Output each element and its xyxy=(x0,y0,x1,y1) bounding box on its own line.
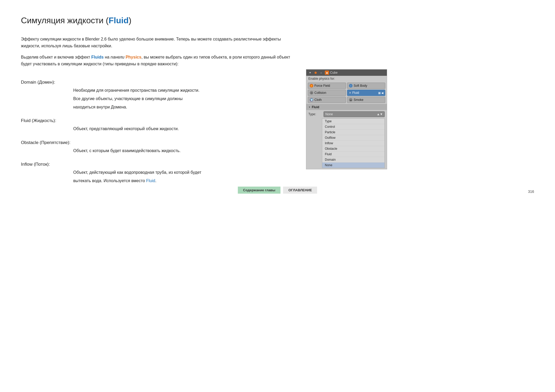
fluid-type-dropdown[interactable]: None ▲▼ xyxy=(324,111,385,117)
title-prefix: Симуляция жидкости ( xyxy=(21,16,109,25)
text-column: Domain (Домен): Необходим для ограничени… xyxy=(21,72,296,186)
soft-body-button[interactable]: ○ Soft Body xyxy=(347,83,385,89)
cloth-icon: 👕 xyxy=(310,98,313,102)
physics-row-2: ◎ Collision ✕ Fluid ▦ ◀ xyxy=(308,90,385,96)
obstacle-title: Obstacle (Препятствие): xyxy=(21,140,296,145)
fluid-keyword: Fluid xyxy=(21,118,31,123)
panel-word: панели xyxy=(111,55,124,59)
obstacle-section: Obstacle (Препятствие): Объект, с которы… xyxy=(21,140,296,154)
collision-icon: ◎ xyxy=(310,91,313,95)
intro-paragraph-2: Выделив объект и включив эффект Fluids н… xyxy=(21,54,296,67)
fluid-label: Fluid xyxy=(352,91,359,95)
dropdown-item-outflow[interactable]: Outflow xyxy=(322,135,384,141)
fluid-type-label: Type: xyxy=(308,112,321,116)
dropdown-item-inflow[interactable]: Inflow xyxy=(322,141,384,146)
physics-row-3: 👕 Cloth ☁ Smoke xyxy=(308,97,385,103)
collision-label: Collision xyxy=(314,91,326,95)
page-number: 316 xyxy=(528,189,534,194)
inflow-suffix: (Поток): xyxy=(32,162,50,167)
fluid-section-header[interactable]: Fluid xyxy=(306,104,387,110)
soft-body-icon: ○ xyxy=(349,84,353,88)
title-suffix: ) xyxy=(129,16,132,25)
panel-toolbar: ✦ ⬟ ▸ ■ Cube xyxy=(306,70,387,76)
fluid-type-dropdown-menu: Type Control Particle Outflow Inflow Obs… xyxy=(322,118,385,168)
inflow-section: Inflow (Поток): Объект, действующий как … xyxy=(21,162,296,184)
bottom-nav: Содержание главы ОГЛАВЛЕНИЕ xyxy=(238,187,317,194)
inflow-desc-2: вытекать вода. Используется вместо Fluid… xyxy=(73,177,296,184)
inflow-title: Inflow (Поток): xyxy=(21,162,296,167)
fluid-button[interactable]: ✕ Fluid ▦ ◀ xyxy=(347,90,385,96)
fluids-keyword: Fluids xyxy=(91,55,104,59)
fluid-extra-icons: ▦ ◀ xyxy=(378,91,383,94)
force-field-label: Force Field xyxy=(314,84,330,88)
intro2-prefix: Выделив объект и включив эффект xyxy=(21,55,91,59)
breadcrumb-cube-label: Cube xyxy=(330,71,338,74)
dropdown-item-domain[interactable]: Domain xyxy=(322,157,384,163)
fluid-properties-section: Fluid Type: None ▲▼ Type Control Particl… xyxy=(306,104,387,168)
dropdown-item-obstacle[interactable]: Obstacle xyxy=(322,146,384,152)
fluid-title: Fluid (Жидкость): xyxy=(21,118,296,123)
physics-keyword: Physics xyxy=(126,55,141,59)
inflow-desc-1: Объект, действующий как водопроводная тр… xyxy=(73,169,296,176)
domain-section: Domain (Домен): Необходим для ограничени… xyxy=(21,80,296,110)
fluid-suffix: (Жидкость): xyxy=(31,118,56,123)
fluid-ref: Fluid xyxy=(146,178,155,183)
cloth-button[interactable]: 👕 Cloth xyxy=(308,97,346,103)
fluid-section-text: Fluid (Жидкость): Объект, представляющий… xyxy=(21,118,296,132)
toolbar-icon-particles[interactable]: ✦ xyxy=(308,70,312,75)
ui-panel: ✦ ⬟ ▸ ■ Cube Enable physics for: ⚡ Force… xyxy=(306,69,387,169)
domain-suffix: (Домен): xyxy=(36,80,55,85)
fluid-desc-1: Объект, представляющий некоторый объем ж… xyxy=(73,125,296,132)
dropdown-item-control[interactable]: Control xyxy=(322,124,384,130)
dropdown-item-type[interactable]: Type xyxy=(322,119,384,124)
smoke-icon: ☁ xyxy=(349,98,353,102)
fluid-type-row: Type: None ▲▼ xyxy=(306,110,387,118)
force-field-icon: ⚡ xyxy=(310,84,313,88)
domain-keyword: Domain xyxy=(21,80,36,85)
enable-physics-label: Enable physics for: xyxy=(306,76,387,82)
domain-desc-3: находиться внутри Домена. xyxy=(73,104,296,111)
domain-desc-1: Необходим для ограничения пространства с… xyxy=(73,87,296,94)
smoke-button[interactable]: ☁ Smoke xyxy=(347,97,385,103)
domain-desc-2: Все другие объекты, участвующие в симуля… xyxy=(73,95,296,102)
physics-row-1: ⚡ Force Field ○ Soft Body xyxy=(308,83,385,89)
dropdown-item-particle[interactable]: Particle xyxy=(322,130,384,135)
intro-paragraph-1: Эффекту симуляции жидкости в Blender 2.6… xyxy=(21,36,296,49)
physics-buttons: ⚡ Force Field ○ Soft Body ◎ Collision xyxy=(306,82,387,104)
soft-body-label: Soft Body xyxy=(354,84,367,88)
toolbar-icon-sep: ▸ xyxy=(319,70,324,75)
fluid-x-icon: ✕ xyxy=(349,91,351,95)
inflow-keyword: Inflow xyxy=(21,162,32,167)
contents-button[interactable]: Содержание главы xyxy=(238,187,280,194)
obstacle-desc-1: Объект, с которым будет взаимодействоват… xyxy=(73,147,296,154)
toc-button[interactable]: ОГЛАВЛЕНИЕ xyxy=(283,187,317,194)
cloth-label: Cloth xyxy=(314,98,322,102)
obstacle-suffix: (Препятствие): xyxy=(38,140,70,145)
toolbar-icon-cube[interactable]: ■ xyxy=(325,71,329,75)
dropdown-arrow-icon: ▲▼ xyxy=(377,112,383,116)
dropdown-item-none[interactable]: None xyxy=(322,163,384,168)
page-container: Симуляция жидкости (Fluid) Эффекту симул… xyxy=(0,0,555,201)
collision-button[interactable]: ◎ Collision xyxy=(308,90,346,96)
domain-title: Domain (Домен): xyxy=(21,80,296,85)
intro2-middle: на xyxy=(104,55,111,59)
fluid-type-value: None xyxy=(325,112,333,116)
smoke-label: Smoke xyxy=(354,98,363,102)
dropdown-item-fluid[interactable]: Fluid xyxy=(322,152,384,157)
page-title: Симуляция жидкости (Fluid) xyxy=(21,16,534,25)
main-content: Domain (Домен): Необходим для ограничени… xyxy=(21,72,534,186)
force-field-button[interactable]: ⚡ Force Field xyxy=(308,83,346,89)
obstacle-keyword: Obstacle xyxy=(21,140,38,145)
title-keyword: Fluid xyxy=(109,16,128,25)
toolbar-icon-physics[interactable]: ⬟ xyxy=(313,70,318,75)
